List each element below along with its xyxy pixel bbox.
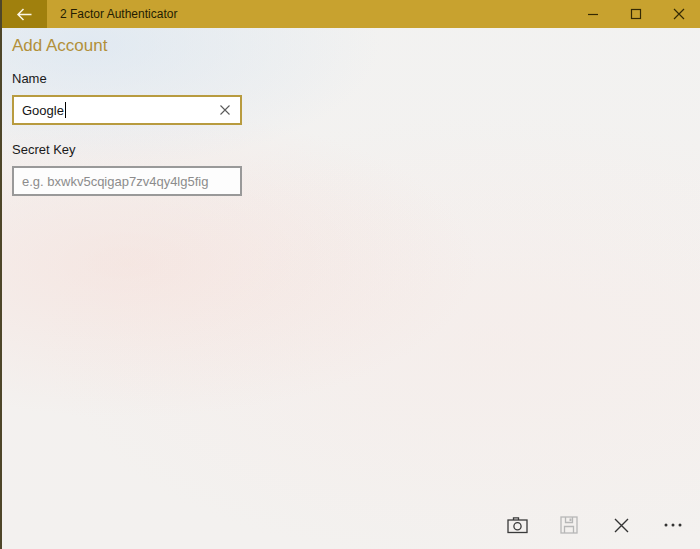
cancel-button[interactable] xyxy=(598,503,644,547)
minimize-button[interactable] xyxy=(571,0,614,28)
close-window-button[interactable] xyxy=(657,0,700,28)
add-account-page: Add Account Name Secret Key xyxy=(2,28,700,501)
save-icon xyxy=(560,516,578,534)
name-field[interactable] xyxy=(12,95,242,125)
camera-button[interactable] xyxy=(494,503,540,547)
clear-x-icon xyxy=(220,105,230,115)
name-input[interactable] xyxy=(14,97,210,123)
ellipsis-icon xyxy=(664,522,682,528)
secret-key-input[interactable] xyxy=(14,168,240,194)
maximize-button[interactable] xyxy=(614,0,657,28)
command-bar xyxy=(2,501,700,549)
more-button[interactable] xyxy=(650,503,696,547)
cancel-x-icon xyxy=(614,518,629,533)
close-x-icon xyxy=(673,8,685,20)
save-button[interactable] xyxy=(546,503,592,547)
camera-icon xyxy=(507,516,528,534)
page-title: Add Account xyxy=(12,36,690,56)
text-caret xyxy=(65,102,66,118)
clear-name-button[interactable] xyxy=(210,97,240,123)
secret-key-label: Secret Key xyxy=(12,142,690,157)
back-button[interactable] xyxy=(2,0,47,28)
secret-key-field[interactable] xyxy=(12,166,242,196)
back-arrow-icon xyxy=(16,7,33,22)
maximize-icon xyxy=(630,8,642,20)
name-label: Name xyxy=(12,71,690,86)
window-title: 2 Factor Authenticator xyxy=(60,7,177,21)
minimize-icon xyxy=(587,8,599,20)
app-window: 2 Factor Authenticator Add Account Name xyxy=(0,0,700,549)
titlebar: 2 Factor Authenticator xyxy=(2,0,700,28)
window-controls xyxy=(571,0,700,28)
